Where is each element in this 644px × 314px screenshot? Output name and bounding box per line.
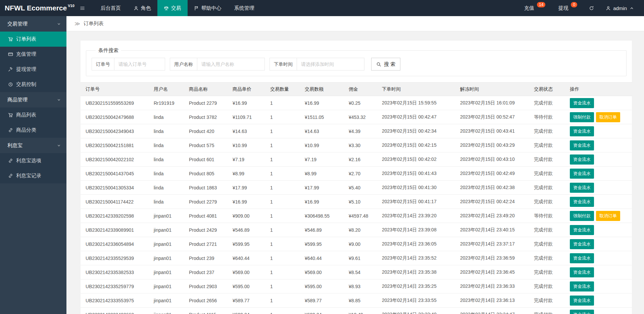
column-header: 交易数量 <box>265 83 300 96</box>
username-label: 用户名称 <box>170 58 197 71</box>
user-menu[interactable]: admin <box>599 0 641 16</box>
order-time-input[interactable] <box>297 58 364 71</box>
column-header: 用户名 <box>149 83 184 96</box>
topnav-label: 帮助中心 <box>201 5 221 11</box>
sidebar-group-lixibao[interactable]: 利息宝 <box>0 138 66 153</box>
sidebar-label: 商品管理 <box>7 97 57 103</box>
fund-flow-button[interactable]: 资金流水 <box>570 140 594 150</box>
cell-actions: 强制付款取消订单 <box>565 110 632 124</box>
cell-amount: ¥599.95 <box>300 237 344 251</box>
cell-commission: ¥8.85 <box>344 294 377 308</box>
cell-order-time: 2023年02月15日 00:42:34 <box>377 124 455 138</box>
cell-commission: ¥5.40 <box>344 181 377 195</box>
menu-toggle-button[interactable] <box>75 0 90 16</box>
cart-icon <box>8 113 13 118</box>
topnav-help-center[interactable]: 帮助中心 <box>188 0 228 16</box>
cell-price: ¥595.00 <box>228 279 265 294</box>
sidebar-item-withdraw-manage[interactable]: 提现管理 <box>0 62 66 77</box>
fund-flow-button[interactable]: 资金流水 <box>570 154 594 165</box>
topnav-trade[interactable]: 交易 <box>157 0 188 16</box>
sidebar-group-goods-manage[interactable]: 商品管理 <box>0 92 66 107</box>
cell-order-time: 2023年02月15日 15:59:55 <box>377 96 455 110</box>
order-no-input[interactable] <box>114 58 165 71</box>
chevron-down-icon <box>57 22 61 26</box>
cell-price: ¥1109.71 <box>228 110 265 124</box>
sidebar-item-lixibao-options[interactable]: 利息宝选项 <box>0 153 66 168</box>
sidebar-label: 交易控制 <box>16 81 36 88</box>
fund-flow-button[interactable]: 资金流水 <box>570 98 594 108</box>
table-row: UB2302142335529539jinpan01Product 239¥64… <box>81 251 632 265</box>
cart-icon <box>8 37 13 42</box>
cell-actions: 资金流水 <box>565 138 632 152</box>
order-time-label: 下单时间 <box>269 58 297 71</box>
cell-status: 完成付款 <box>529 223 565 237</box>
fund-flow-button[interactable]: 资金流水 <box>570 225 594 235</box>
recharge-badge: 14 <box>537 2 545 7</box>
fund-flow-button[interactable]: 资金流水 <box>570 197 594 207</box>
fund-flow-button[interactable]: 资金流水 <box>570 183 594 193</box>
cell-product: Product 1863 <box>184 181 228 195</box>
cell-order-time: 2023年02月14日 23:39:20 <box>377 209 455 223</box>
cell-amount: ¥16.99 <box>300 195 344 209</box>
column-header: 商品单价 <box>228 83 265 96</box>
cell-qty: 1 <box>265 279 300 294</box>
fund-flow-button[interactable]: 资金流水 <box>570 253 594 263</box>
cell-commission: ¥8.93 <box>344 279 377 294</box>
topnav-withdraw[interactable]: 提现0 <box>552 0 584 16</box>
fund-flow-button[interactable]: 资金流水 <box>570 169 594 179</box>
cell-qty: 1 <box>265 167 300 181</box>
cell-amount: ¥17.99 <box>300 181 344 195</box>
fund-flow-button[interactable]: 资金流水 <box>570 267 594 277</box>
fund-flow-button[interactable]: 资金流水 <box>570 126 594 136</box>
cancel-order-button[interactable]: 取消订单 <box>596 112 620 122</box>
sidebar-item-trade-control[interactable]: 交易控制 <box>0 77 66 92</box>
cancel-order-button[interactable]: 取消订单 <box>596 211 620 221</box>
caret-up-icon <box>629 6 634 11</box>
table-row: UB2302150041174422lindaProduct 2279¥16.9… <box>81 195 632 209</box>
withdraw-badge: 0 <box>571 2 577 7</box>
cell-order-no: UB2302142336054894 <box>81 237 149 251</box>
topnav-home[interactable]: 后台首页 <box>94 0 127 16</box>
topnav-recharge[interactable]: 充值14 <box>518 0 552 16</box>
fund-flow-button[interactable]: 资金流水 <box>570 239 594 249</box>
sidebar-item-goods-category[interactable]: 商品分类 <box>0 123 66 138</box>
topnav-system-manage[interactable]: 系统管理 <box>228 0 261 16</box>
cell-price: ¥589.77 <box>228 294 265 308</box>
cell-order-no: UB2302150042022102 <box>81 152 149 167</box>
cell-unfreeze-time: 2023年02月14日 23:49:20 <box>455 209 529 223</box>
cell-order-no: UB2302150041174422 <box>81 195 149 209</box>
sidebar-label: 充值管理 <box>16 51 36 57</box>
force-pay-button[interactable]: 强制付款 <box>570 112 594 122</box>
fund-flow-button[interactable]: 资金流水 <box>570 281 594 291</box>
content-panel: 条件搜索 订单号 用户名称 下单时间 <box>81 41 632 314</box>
cell-order-no: UB2302142335259779 <box>81 279 149 294</box>
balance-icon <box>164 6 169 11</box>
page-body: 条件搜索 订单号 用户名称 下单时间 <box>66 31 644 314</box>
cell-commission: ¥453.32 <box>344 110 377 124</box>
search-button[interactable]: 搜 索 <box>371 58 400 71</box>
cell-product: Product 420 <box>184 124 228 138</box>
withdraw-label: 提现 <box>558 5 568 11</box>
cell-unfreeze-time: 2023年02月14日 23:40:15 <box>455 223 529 237</box>
link-icon <box>8 128 13 133</box>
order-table-body: UB2302151559553269Rr191919Product 2279¥1… <box>81 96 632 314</box>
cell-username: linda <box>149 124 184 138</box>
sidebar-item-recharge-manage[interactable]: 充值管理 <box>0 47 66 62</box>
force-pay-button[interactable]: 强制付款 <box>570 211 594 221</box>
topnav-roles[interactable]: 角色 <box>127 0 157 16</box>
sidebar-group-trade-manage[interactable]: 交易管理 <box>0 16 66 32</box>
user-name: admin <box>613 5 627 11</box>
sidebar-item-goods-list[interactable]: 商品列表 <box>0 107 66 123</box>
cell-order-no: UB2302150042151881 <box>81 138 149 152</box>
cell-order-no: UB2302150042479688 <box>81 110 149 124</box>
menu-icon <box>80 6 85 11</box>
fund-flow-button[interactable]: 资金流水 <box>570 310 594 314</box>
refresh-button[interactable] <box>584 0 599 16</box>
username-input[interactable] <box>197 58 265 71</box>
sidebar-item-order-list[interactable]: 订单列表 <box>0 32 66 47</box>
sidebar-item-lixibao-records[interactable]: 利息宝记录 <box>0 168 66 183</box>
fund-flow-button[interactable]: 资金流水 <box>570 296 594 306</box>
cell-price: ¥16.99 <box>228 96 265 110</box>
cell-commission: ¥0.25 <box>344 96 377 110</box>
cell-actions: 资金流水 <box>565 265 632 279</box>
